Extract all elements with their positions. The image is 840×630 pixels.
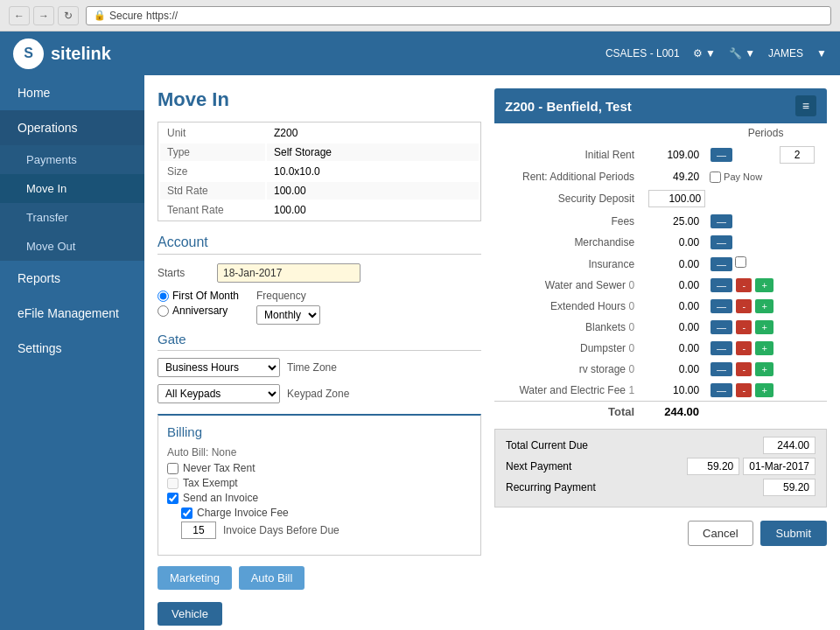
frequency-label: Frequency (256, 290, 320, 302)
tools-icon[interactable]: 🔧 ▼ (729, 47, 755, 60)
extended-hours-minus-button[interactable]: — (710, 299, 732, 313)
anniversary-radio[interactable] (158, 305, 169, 317)
charge-invoice-fee-row[interactable]: Charge Invoice Fee (181, 507, 472, 519)
dumpster-row: Dumpster 0 0.00 — - + (494, 338, 827, 359)
extended-hours-plus-button[interactable]: + (755, 299, 773, 313)
sidebar-item-moveout[interactable]: Move Out (0, 232, 144, 261)
rv-storage-minus-button[interactable]: — (710, 362, 732, 376)
water-sewer-plus-button[interactable]: + (755, 278, 773, 292)
vehicle-button[interactable]: Vehicle (158, 602, 222, 626)
reload-button[interactable]: ↻ (58, 6, 79, 25)
dumpster-minus-button[interactable]: — (710, 341, 732, 355)
merchandise-edit-button[interactable]: — (710, 235, 732, 249)
sidebar-item-reports[interactable]: Reports (0, 261, 144, 296)
first-of-month-option[interactable]: First Of Month (158, 290, 239, 302)
next-payment-date: 01-Mar-2017 (743, 458, 816, 475)
fees-edit-button[interactable]: — (710, 214, 732, 228)
blankets-value: 0.00 (643, 317, 704, 338)
pay-now-checkbox[interactable] (710, 172, 721, 183)
periods-input[interactable] (780, 146, 815, 164)
autobill-button[interactable]: Auto Bill (239, 566, 305, 590)
action-buttons-row: Marketing Auto Bill (158, 566, 481, 590)
starts-label: Starts (158, 267, 210, 279)
extended-hours-label: Extended Hours 0 (494, 296, 643, 317)
page-title: Move In (158, 88, 481, 111)
extended-hours-row: Extended Hours 0 0.00 — - + (494, 296, 827, 317)
tax-exempt-checkbox[interactable] (167, 478, 178, 489)
security-deposit-input[interactable] (648, 190, 705, 207)
business-hours-select[interactable]: Business Hours (158, 358, 280, 377)
cancel-button[interactable]: Cancel (688, 521, 752, 546)
invoice-days-label: Invoice Days Before Due (223, 524, 340, 536)
extended-hours-value: 0.00 (643, 296, 704, 317)
forward-button[interactable]: → (33, 6, 54, 25)
dumpster-count: 0 (628, 342, 634, 354)
back-button[interactable]: ← (9, 6, 30, 25)
lock-icon: 🔒 (94, 10, 106, 21)
initial-rent-edit-button[interactable]: — (710, 148, 732, 162)
address-bar[interactable]: 🔒 Secure https:// (86, 6, 831, 25)
tax-exempt-label: Tax Exempt (183, 477, 238, 489)
blankets-minus-button[interactable]: — (710, 320, 732, 334)
additional-periods-value: 49.20 (643, 167, 704, 186)
total-value: 244.00 (643, 402, 704, 423)
sidebar-item-home[interactable]: Home (0, 75, 144, 110)
send-invoice-row[interactable]: Send an Invoice (167, 492, 472, 504)
total-row: Total 244.00 (494, 402, 827, 423)
water-sewer-minus-button[interactable]: — (710, 278, 732, 292)
insurance-edit-button[interactable]: — (710, 257, 732, 271)
rv-storage-ctrl: — - + (704, 359, 827, 380)
extended-hours-count: 0 (628, 300, 634, 312)
sidebar-item-efile[interactable]: eFile Management (0, 296, 144, 331)
merchandise-value: 0.00 (643, 232, 704, 253)
initial-rent-ctrl: — (704, 143, 774, 167)
water-electric-minus-button[interactable]: — (710, 383, 732, 397)
never-tax-rent-checkbox[interactable] (167, 463, 178, 474)
send-invoice-checkbox[interactable] (167, 493, 178, 504)
first-of-month-radio[interactable] (158, 290, 169, 302)
water-electric-plus-button[interactable]: + (755, 383, 773, 397)
sidebar-item-transfer[interactable]: Transfer (0, 203, 144, 232)
rv-storage-plus-button[interactable]: + (755, 362, 773, 376)
user-chevron-icon[interactable]: ▼ (816, 47, 827, 60)
settings-icon[interactable]: ⚙ ▼ (693, 47, 716, 60)
sidebar-sub-operations: Payments Move In Transfer Move Out (0, 145, 144, 261)
total-current-due-value: 244.00 (763, 437, 816, 454)
account-section-title: Account (158, 234, 481, 255)
never-tax-rent-row[interactable]: Never Tax Rent (167, 462, 472, 474)
marketing-button[interactable]: Marketing (158, 566, 232, 590)
sidebar-item-movein[interactable]: Move In (0, 174, 144, 203)
content-area: Move In Unit Z200 Type Self Storage Size… (144, 75, 840, 630)
security-deposit-row: Security Deposit (494, 186, 827, 211)
all-keypads-select[interactable]: All Keypads (158, 384, 280, 403)
dumpster-plus-button[interactable]: + (755, 341, 773, 355)
first-of-month-label: First Of Month (172, 290, 239, 302)
blankets-plus-button[interactable]: + (755, 320, 773, 334)
merchandise-label: Merchandise (494, 232, 643, 253)
anniversary-option[interactable]: Anniversary (158, 304, 239, 317)
user-label[interactable]: JAMES (768, 47, 803, 60)
water-sewer-red-button[interactable]: - (736, 278, 752, 292)
security-deposit-cell (643, 186, 827, 211)
sidebar-item-payments[interactable]: Payments (0, 145, 144, 174)
blankets-red-button[interactable]: - (736, 320, 752, 334)
menu-icon-button[interactable]: ≡ (795, 95, 816, 116)
location-label[interactable]: CSALES - L001 (606, 47, 680, 60)
sidebar-item-operations[interactable]: Operations (0, 110, 144, 145)
top-nav: S sitelink CSALES - L001 ⚙ ▼ 🔧 ▼ JAMES ▼ (0, 32, 840, 75)
extended-hours-red-button[interactable]: - (736, 299, 752, 313)
dumpster-red-button[interactable]: - (736, 341, 752, 355)
frequency-select[interactable]: Monthly Weekly Daily (256, 305, 320, 325)
insurance-checkbox[interactable] (735, 256, 746, 268)
blankets-ctrl: — - + (704, 317, 827, 338)
starts-input[interactable] (217, 263, 360, 283)
tax-exempt-row[interactable]: Tax Exempt (167, 477, 472, 489)
invoice-days-input[interactable] (181, 522, 216, 539)
rv-storage-red-button[interactable]: - (736, 362, 752, 376)
browser-nav[interactable]: ← → ↻ (9, 6, 79, 25)
water-electric-label: Water and Electric Fee 1 (494, 380, 643, 402)
water-electric-red-button[interactable]: - (736, 383, 752, 397)
submit-button[interactable]: Submit (760, 521, 827, 546)
charge-invoice-fee-checkbox[interactable] (181, 508, 192, 519)
sidebar-item-settings[interactable]: Settings (0, 331, 144, 366)
